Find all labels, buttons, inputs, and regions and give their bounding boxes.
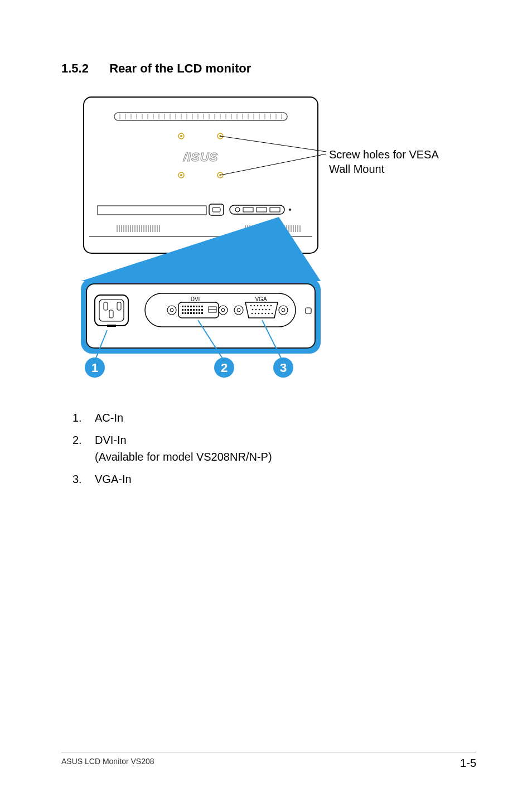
list-number: 3. <box>72 471 95 487</box>
list-item: 1. AC-In <box>72 409 476 426</box>
svg-rect-106 <box>199 306 200 307</box>
list-label: VGA-In <box>95 473 132 485</box>
diagram-area: Screw holes for VESA Wall Mount /ISUS <box>72 91 476 393</box>
monitor-diagram: /ISUS <box>72 91 329 393</box>
section-heading: 1.5.2 Rear of the LCD monitor <box>61 61 476 76</box>
svg-rect-123 <box>201 312 203 314</box>
svg-point-137 <box>270 305 272 307</box>
svg-rect-102 <box>187 306 189 307</box>
svg-rect-114 <box>199 309 200 311</box>
dvi-label: DVI <box>191 296 200 302</box>
list-label: AC-In <box>95 412 123 424</box>
svg-rect-101 <box>185 306 186 307</box>
svg-point-134 <box>260 305 262 307</box>
svg-rect-107 <box>201 306 203 307</box>
footer-left: ASUS LCD Monitor VS208 <box>61 757 154 770</box>
svg-rect-120 <box>193 312 195 314</box>
svg-rect-117 <box>185 312 186 314</box>
list-item: 2. DVI-In (Available for model VS208NR/N… <box>72 432 476 465</box>
svg-point-34 <box>180 174 182 176</box>
footer-page-number: 1-5 <box>460 757 476 770</box>
svg-point-149 <box>268 313 270 315</box>
vesa-callout: Screw holes for VESA Wall Mount <box>329 147 439 176</box>
svg-point-148 <box>265 313 267 315</box>
list-sublabel: (Available for model VS208NR/N-P) <box>95 451 272 463</box>
svg-point-150 <box>272 313 273 315</box>
svg-rect-110 <box>187 309 189 311</box>
list-label: DVI-In <box>95 434 127 446</box>
badge-3-text: 3 <box>280 361 287 375</box>
svg-point-44 <box>289 209 291 211</box>
svg-point-143 <box>269 309 270 311</box>
svg-point-136 <box>267 305 269 307</box>
heading-number: 1.5.2 <box>61 61 106 76</box>
svg-point-142 <box>265 309 267 311</box>
svg-point-139 <box>255 309 257 311</box>
svg-rect-119 <box>190 312 192 314</box>
port-list: 1. AC-In 2. DVI-In (Available for model … <box>72 409 476 487</box>
svg-rect-104 <box>193 306 195 307</box>
list-number: 1. <box>72 409 95 426</box>
svg-rect-113 <box>196 309 197 311</box>
badge-1-text: 1 <box>91 361 98 375</box>
brand-logo: /ISUS <box>183 150 218 164</box>
svg-point-32 <box>180 135 182 137</box>
svg-rect-105 <box>196 306 197 307</box>
svg-rect-121 <box>196 312 197 314</box>
svg-rect-109 <box>185 309 186 311</box>
svg-rect-111 <box>190 309 192 311</box>
svg-point-140 <box>259 309 260 311</box>
badge-2-text: 2 <box>221 361 228 375</box>
svg-rect-122 <box>199 312 200 314</box>
svg-point-135 <box>264 305 265 307</box>
svg-point-132 <box>254 305 255 307</box>
svg-rect-108 <box>182 309 183 311</box>
svg-rect-116 <box>182 312 183 314</box>
page-footer: ASUS LCD Monitor VS208 1-5 <box>61 752 476 770</box>
svg-point-147 <box>262 313 263 315</box>
svg-point-144 <box>252 313 253 315</box>
list-item: 3. VGA-In <box>72 471 476 487</box>
svg-rect-115 <box>201 309 203 311</box>
svg-point-141 <box>262 309 264 311</box>
svg-rect-100 <box>182 306 183 307</box>
svg-point-133 <box>257 305 259 307</box>
callout-line1: Screw holes for VESA <box>329 147 439 162</box>
callout-line2: Wall Mount <box>329 162 439 176</box>
vga-label: VGA <box>255 296 267 302</box>
svg-rect-118 <box>187 312 189 314</box>
svg-rect-103 <box>190 306 192 307</box>
svg-point-131 <box>250 305 252 307</box>
svg-point-138 <box>252 309 254 311</box>
svg-point-146 <box>258 313 260 315</box>
svg-point-145 <box>255 313 257 315</box>
list-number: 2. <box>72 432 95 465</box>
svg-rect-112 <box>193 309 195 311</box>
heading-title: Rear of the LCD monitor <box>109 61 251 75</box>
